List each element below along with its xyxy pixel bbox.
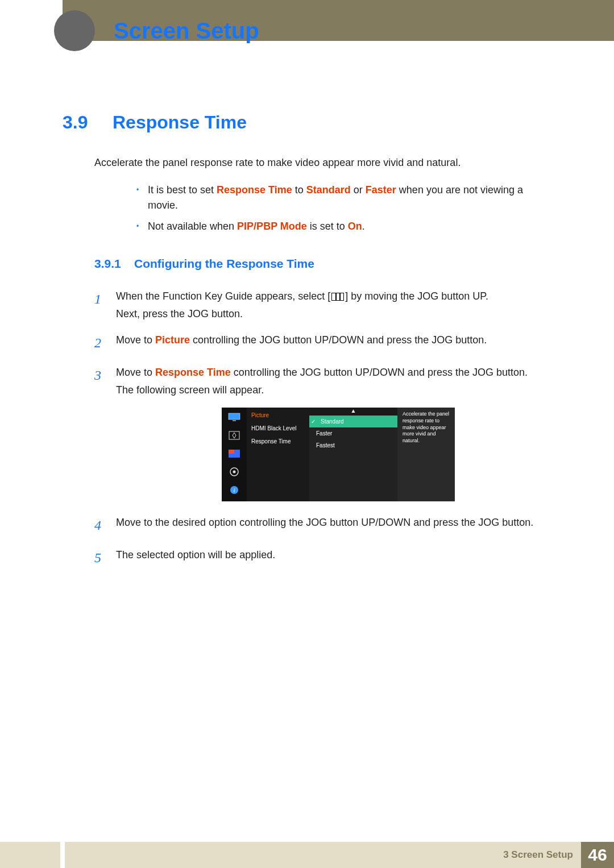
text: to [292, 184, 306, 196]
highlight: PIP/PBP Mode [237, 221, 307, 232]
text: Move to [116, 334, 155, 346]
step-number: 4 [94, 514, 116, 537]
osd-menu-item: Response Time [247, 435, 309, 448]
svg-rect-5 [229, 450, 234, 454]
steps-list-cont: 4 Move to the desired option controlling… [94, 514, 551, 570]
osd-screenshot: i Picture HDMI Black Level Response Time… [222, 408, 455, 501]
header-bar [0, 0, 614, 41]
monitor-icon [228, 412, 240, 422]
section-number: 3.9 [63, 112, 113, 133]
svg-rect-0 [229, 413, 240, 420]
highlight: On [348, 221, 362, 232]
subsection-heading: 3.9.1 Configuring the Response Time [94, 257, 551, 271]
section-heading: 3.9 Response Time [63, 112, 551, 133]
text: controlling the JOG button UP/DOWN and p… [231, 367, 528, 378]
highlight: Faster [366, 184, 396, 196]
osd-option: Fastest [309, 439, 397, 451]
text: ] by moving the JOG button UP. [345, 290, 488, 302]
note-item: Not available when PIP/PBP Mode is set t… [136, 219, 551, 234]
footer-bar: 3 Screen Setup 46 [63, 842, 614, 868]
step-item: 2 Move to Picture controlling the JOG bu… [94, 331, 551, 355]
subsection-title: Configuring the Response Time [134, 257, 314, 271]
osd-main: Picture HDMI Black Level Response Time ▲… [247, 408, 398, 501]
text: . [362, 221, 365, 232]
footer-chapter-label: 3 Screen Setup [503, 849, 573, 861]
osd-options: ▲ Standard Faster Fastest [309, 408, 397, 501]
svg-point-7 [233, 471, 236, 474]
window-icon [228, 430, 240, 441]
step-body: When the Function Key Guide appears, sel… [116, 288, 551, 322]
highlight: Picture [155, 334, 190, 346]
footer-gap [63, 842, 65, 868]
highlight: Response Time [217, 184, 292, 196]
section-title: Response Time [113, 112, 247, 133]
page-content: 3.9 Response Time Accelerate the panel r… [0, 41, 614, 570]
osd-arrow-up: ▲ [309, 408, 397, 416]
step-number: 2 [94, 331, 116, 355]
header-left-notch [0, 0, 63, 41]
menu-icon [331, 293, 344, 301]
step-body: Move to Response Time controlling the JO… [116, 364, 551, 398]
svg-rect-1 [233, 420, 236, 421]
text: or [351, 184, 366, 196]
text: Move to [116, 367, 155, 378]
osd-category: Picture [247, 411, 309, 422]
svg-marker-3 [233, 433, 236, 438]
chapter-badge-circle [54, 10, 95, 51]
osd-option: Faster [309, 427, 397, 439]
chapter-title: Screen Setup [114, 18, 259, 44]
step-item: 1 When the Function Key Guide appears, s… [94, 288, 551, 322]
osd-menu-items: Picture HDMI Black Level Response Time [247, 408, 309, 501]
text: Not available when [148, 221, 237, 232]
highlight: Standard [306, 184, 351, 196]
osd-option-selected: Standard [309, 416, 397, 427]
osd-option-label: Standard [321, 418, 344, 425]
note-item: It is best to set Response Time to Stand… [136, 182, 551, 213]
osd-sidebar: i [222, 408, 247, 501]
text: It is best to set [148, 184, 217, 196]
step-number: 3 [94, 364, 116, 398]
highlight: Response Time [155, 367, 231, 378]
svg-text:i: i [233, 487, 235, 493]
step-number: 5 [94, 546, 116, 570]
section-intro: Accelerate the panel response rate to ma… [94, 156, 551, 170]
text: is set to [307, 221, 348, 232]
steps-list: 1 When the Function Key Guide appears, s… [94, 288, 551, 398]
step-body: Move to the desired option controlling t… [116, 514, 551, 537]
osd-help-panel: Accelerate the panel response rate to ma… [398, 408, 455, 501]
info-icon: i [228, 485, 240, 495]
step-item: 5 The selected option will be applied. [94, 546, 551, 570]
page-number: 46 [581, 842, 614, 868]
text: The following screen will appear. [116, 384, 264, 396]
text: controlling the JOG button UP/DOWN and p… [190, 334, 487, 346]
pip-icon [228, 448, 240, 459]
text: Next, press the JOG button. [116, 308, 243, 319]
step-item: 4 Move to the desired option controlling… [94, 514, 551, 537]
subsection-number: 3.9.1 [94, 257, 134, 271]
step-number: 1 [94, 288, 116, 322]
step-item: 3 Move to Response Time controlling the … [94, 364, 551, 398]
osd-menu-item: HDMI Black Level [247, 422, 309, 435]
text: When the Function Key Guide appears, sel… [116, 290, 330, 302]
footer-left-stub [0, 842, 60, 868]
gear-icon [228, 467, 240, 477]
step-body: Move to Picture controlling the JOG butt… [116, 331, 551, 355]
step-body: The selected option will be applied. [116, 546, 551, 570]
notes-list: It is best to set Response Time to Stand… [136, 182, 551, 234]
